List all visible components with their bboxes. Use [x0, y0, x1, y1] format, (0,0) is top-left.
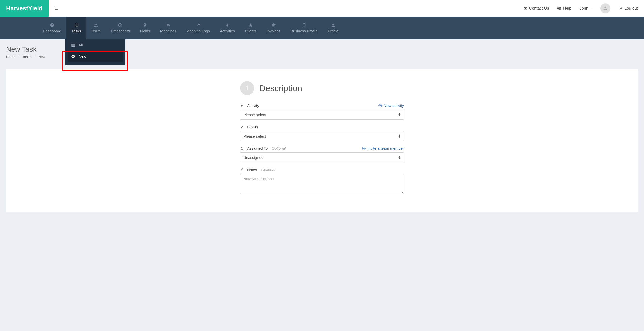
- nav-machines[interactable]: Machines: [155, 17, 181, 39]
- invite-team-link[interactable]: Invite a team member: [362, 146, 404, 150]
- avatar[interactable]: [600, 3, 610, 13]
- plus-circle-icon: [378, 104, 382, 108]
- bolt-icon: [240, 104, 244, 107]
- help-label: Help: [563, 6, 571, 11]
- svg-rect-3: [75, 25, 75, 25]
- status-label: Status: [247, 125, 258, 129]
- map-marker-icon: [143, 23, 147, 27]
- submenu-all[interactable]: All: [65, 39, 125, 51]
- invite-team-label: Invite a team member: [367, 146, 404, 150]
- nav-timesheets[interactable]: Timesheets: [105, 17, 135, 39]
- nav-activities[interactable]: Activities: [215, 17, 240, 39]
- nav-label: Timesheets: [110, 29, 130, 33]
- svg-point-16: [241, 147, 243, 148]
- brand-logo[interactable]: HarvestYield: [0, 0, 49, 17]
- clock-icon: [118, 23, 122, 27]
- logout-label: Log out: [625, 6, 638, 11]
- nav-label: Invoices: [267, 29, 280, 33]
- wrench-icon: [196, 23, 200, 27]
- breadcrumb-current: New: [38, 55, 45, 59]
- submenu-all-label: All: [79, 43, 83, 47]
- nav-dashboard[interactable]: Dashboard: [38, 17, 66, 39]
- contact-us-link[interactable]: ✉ Contact Us: [524, 6, 549, 11]
- svg-rect-6: [76, 26, 78, 26]
- edit-icon: [240, 168, 244, 172]
- nav-invoices[interactable]: Invoices: [262, 17, 285, 39]
- plus-circle-icon: [71, 54, 75, 58]
- svg-rect-5: [75, 26, 75, 26]
- menu-toggle-button[interactable]: ☰: [49, 6, 65, 11]
- user-name: John: [579, 6, 588, 11]
- activity-label: Activity: [247, 103, 259, 108]
- user-icon: [331, 23, 335, 27]
- activity-select[interactable]: Please select: [240, 110, 404, 120]
- nav-fields[interactable]: Fields: [135, 17, 155, 39]
- svg-rect-1: [75, 24, 75, 24]
- main-nav: Dashboard Tasks Team Timesheets Fields M…: [0, 17, 644, 39]
- bolt-icon: [225, 23, 230, 27]
- bank-icon: [271, 23, 276, 27]
- bars-icon: ☰: [55, 6, 59, 11]
- form-container: 1 Description Activity New activity: [240, 81, 404, 195]
- user-menu[interactable]: John ⌄: [579, 6, 592, 11]
- logout-link[interactable]: Log out: [619, 6, 638, 11]
- topbar: HarvestYield ☰ ✉ Contact Us Help John ⌄ …: [0, 0, 644, 17]
- star-icon: [248, 23, 253, 27]
- nav-machine-logs[interactable]: Machine Logs: [181, 17, 215, 39]
- nav-business-profile[interactable]: Business Profile: [285, 17, 323, 39]
- nav-label: Business Profile: [291, 29, 318, 33]
- nav-label: Team: [91, 29, 101, 33]
- new-activity-link[interactable]: New activity: [378, 103, 404, 108]
- nav-profile[interactable]: Profile: [323, 17, 344, 39]
- submenu-new-label: New: [79, 54, 86, 58]
- contact-us-label: Contact Us: [529, 6, 549, 11]
- section-title: Description: [259, 83, 302, 93]
- content-card: 1 Description Activity New activity: [6, 69, 638, 212]
- nav-label: Activities: [220, 29, 235, 33]
- nav-tasks[interactable]: Tasks: [66, 17, 86, 39]
- svg-rect-4: [76, 25, 78, 25]
- nav-label: Machine Logs: [186, 29, 210, 33]
- nav-clients[interactable]: Clients: [240, 17, 262, 39]
- svg-point-7: [95, 24, 96, 25]
- dashboard-icon: [50, 23, 54, 27]
- truck-icon: [166, 23, 171, 27]
- nav-label: Machines: [160, 29, 176, 33]
- breadcrumb-home[interactable]: Home: [6, 55, 15, 59]
- assigned-select[interactable]: Unassigned: [240, 152, 404, 162]
- notes-label: Notes: [247, 168, 257, 172]
- users-icon: [93, 23, 98, 27]
- nav-label: Tasks: [71, 29, 81, 33]
- svg-point-12: [332, 24, 334, 25]
- help-link[interactable]: Help: [557, 6, 571, 11]
- notes-group: Notes Optional: [240, 168, 404, 195]
- new-activity-label: New activity: [384, 103, 404, 108]
- chevron-down-icon: ⌄: [590, 7, 592, 10]
- svg-point-8: [96, 24, 97, 25]
- list-icon: [74, 23, 79, 27]
- breadcrumb-tasks[interactable]: Tasks: [22, 55, 31, 59]
- logout-icon: [619, 6, 623, 10]
- breadcrumb-sep: /: [18, 55, 19, 59]
- assigned-label: Assigned To: [247, 146, 268, 150]
- nav-label: Profile: [328, 29, 339, 33]
- table-icon: [71, 43, 75, 47]
- status-group: Status Please select ▲▼: [240, 125, 404, 141]
- envelope-icon: ✉: [524, 6, 527, 11]
- optional-hint: Optional: [272, 146, 286, 150]
- notes-textarea[interactable]: [240, 174, 404, 194]
- plus-circle-icon: [362, 146, 366, 150]
- optional-hint: Optional: [261, 168, 275, 172]
- user-icon: [240, 147, 244, 150]
- status-select[interactable]: Please select: [240, 131, 404, 141]
- tablet-icon: [302, 23, 306, 27]
- section-header: 1 Description: [240, 81, 404, 95]
- submenu-new[interactable]: New: [68, 51, 123, 62]
- nav-label: Dashboard: [43, 29, 61, 33]
- svg-rect-13: [72, 44, 75, 46]
- step-number: 1: [240, 81, 254, 95]
- nav-team[interactable]: Team: [86, 17, 106, 39]
- globe-icon: [557, 6, 561, 10]
- nav-label: Clients: [245, 29, 256, 33]
- activity-group: Activity New activity Please select ▲▼: [240, 103, 404, 120]
